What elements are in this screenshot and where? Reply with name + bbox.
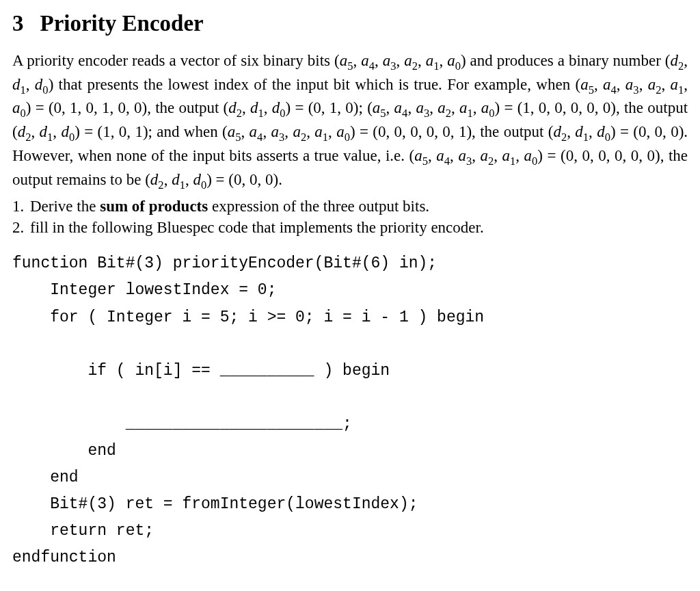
code-block: function Bit#(3) priorityEncoder(Bit#(6)… xyxy=(12,250,688,571)
text: . xyxy=(278,171,282,188)
text: A priority encoder reads a vector of six… xyxy=(12,52,334,69)
ex3-out: (0, 0, 0) xyxy=(633,123,684,140)
task-bold: sum of products xyxy=(100,198,208,215)
code-line: if ( in[i] == __________ ) begin xyxy=(12,362,390,380)
code-line: _______________________; xyxy=(12,415,352,433)
code-line: end xyxy=(12,469,79,486)
text: , the output xyxy=(616,99,688,116)
task-item: 1.Derive the sum of products expression … xyxy=(12,196,688,217)
ex1-in: (0, 1, 0, 1, 0, 0) xyxy=(49,99,147,116)
ex4-out: (0, 0, 0) xyxy=(228,171,278,188)
code-line: endfunction xyxy=(12,549,116,566)
code-line: return ret; xyxy=(12,522,154,540)
code-line: Integer lowestIndex = 0; xyxy=(12,281,276,299)
ex2-out: (1, 0, 1) xyxy=(98,123,148,140)
section-title: Priority Encoder xyxy=(40,11,204,36)
text: ; and when xyxy=(148,123,222,140)
code-line: end xyxy=(12,442,116,460)
task-item: 2.fill in the following Bluespec code th… xyxy=(12,217,688,238)
text: and produces a binary number xyxy=(466,52,665,69)
task-list: 1.Derive the sum of products expression … xyxy=(12,196,688,238)
task-text: fill in the following Bluespec code that… xyxy=(30,219,484,236)
code-line: for ( Integer i = 5; i >= 0; i = i - 1 )… xyxy=(12,308,484,326)
ex3-in: (0, 0, 0, 0, 0, 1) xyxy=(373,123,472,140)
ex1-out: (0, 1, 0) xyxy=(308,99,359,116)
section-number: 3 xyxy=(12,11,24,36)
code-line: Bit#(3) ret = fromInteger(lowestIndex); xyxy=(12,495,418,513)
description-paragraph: A priority encoder reads a vector of six… xyxy=(12,50,688,194)
task-text: expression of the three output bits. xyxy=(208,198,429,215)
ex2-in: (1, 0, 0, 0, 0, 0) xyxy=(517,99,616,116)
text: , the output xyxy=(472,123,548,140)
text: that presents the lowest index of the in… xyxy=(53,76,575,93)
text: , the output xyxy=(147,99,223,116)
task-text: Derive the xyxy=(30,198,100,215)
text: ; xyxy=(359,99,368,116)
section-heading: 3Priority Encoder xyxy=(12,8,688,39)
code-line: function Bit#(3) priorityEncoder(Bit#(6)… xyxy=(12,254,437,272)
ex4-in: (0, 0, 0, 0, 0, 0) xyxy=(561,147,660,164)
